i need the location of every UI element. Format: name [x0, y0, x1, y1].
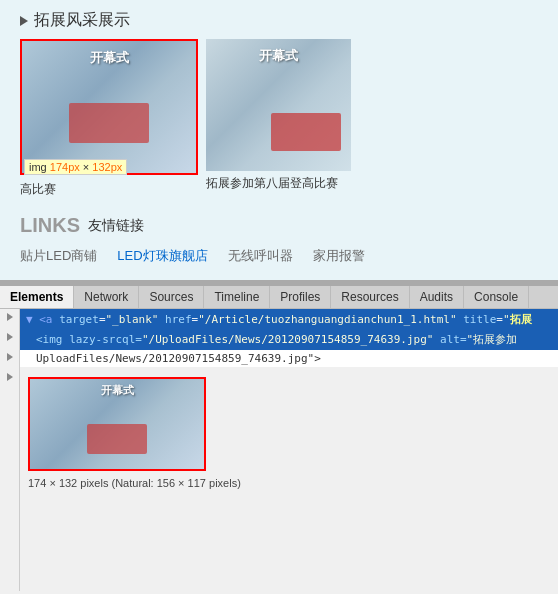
tab-sources[interactable]: Sources: [139, 286, 204, 308]
tree-expand-4[interactable]: [7, 373, 13, 381]
webpage-content: 拓展风采展示 img 174px × 132px 高比赛 拓展参加第八届登高比赛…: [0, 0, 558, 280]
images-row: img 174px × 132px 高比赛 拓展参加第八届登高比赛: [0, 39, 558, 198]
links-section: LINKS 友情链接: [0, 204, 558, 247]
devtools-right-panel: ▼ <a target="_blank" href="/Article/tuoz…: [20, 309, 558, 591]
links-title: LINKS: [20, 214, 80, 237]
links-items: 贴片LED商铺 LED灯珠旗舰店 无线呼叫器 家用报警: [0, 247, 558, 271]
links-subtitle: 友情链接: [88, 217, 144, 235]
link-item-alarm[interactable]: 家用报警: [313, 247, 365, 265]
devtools-panel: Elements Network Sources Timeline Profil…: [0, 286, 558, 594]
img-width: 174px: [50, 161, 80, 173]
section-header: 拓展风采展示: [0, 0, 558, 39]
tree-expand-1[interactable]: [7, 313, 13, 321]
expand-icon: [20, 16, 28, 26]
tab-resources[interactable]: Resources: [331, 286, 409, 308]
tree-expand-3[interactable]: [7, 353, 13, 361]
section-title: 拓展风采展示: [34, 10, 130, 31]
preview-section: [20, 367, 558, 475]
main-image-caption: 高比赛: [20, 181, 194, 198]
tab-elements[interactable]: Elements: [0, 286, 74, 308]
devtools-tabs-bar: Elements Network Sources Timeline Profil…: [0, 286, 558, 309]
tab-audits[interactable]: Audits: [410, 286, 464, 308]
devtools-left-panel: [0, 309, 20, 591]
second-image-container: 拓展参加第八届登高比赛: [206, 39, 351, 192]
tab-profiles[interactable]: Profiles: [270, 286, 331, 308]
main-image-container: img 174px × 132px 高比赛: [20, 39, 198, 198]
second-image-caption: 拓展参加第八届登高比赛: [206, 175, 351, 192]
code-line-3: UploadFiles/News/20120907154859_74639.jp…: [20, 350, 558, 367]
link-item-wireless[interactable]: 无线呼叫器: [228, 247, 293, 265]
second-image: [206, 39, 351, 171]
code-line-2: <img lazy-srcql="/UploadFiles/News/20120…: [20, 330, 558, 350]
link-item-led[interactable]: 贴片LED商铺: [20, 247, 97, 265]
preview-image-wrapper: [28, 373, 206, 475]
code-line-1[interactable]: ▼ <a target="_blank" href="/Article/tuoz…: [20, 309, 558, 330]
main-image: [22, 41, 196, 173]
tab-console[interactable]: Console: [464, 286, 529, 308]
tab-network[interactable]: Network: [74, 286, 139, 308]
main-image-wrapper: img 174px × 132px: [20, 39, 198, 175]
preview-image: [30, 379, 204, 469]
link-item-led-flagship[interactable]: LED灯珠旗舰店: [117, 247, 207, 265]
img-tooltip: img 174px × 132px: [24, 159, 127, 175]
devtools-main-area: ▼ <a target="_blank" href="/Article/tuoz…: [0, 309, 558, 591]
preview-caption: 174 × 132 pixels (Natural: 156 × 117 pix…: [20, 475, 558, 493]
img-height: 132px: [92, 161, 122, 173]
tree-expand-2[interactable]: [7, 333, 13, 341]
tab-timeline[interactable]: Timeline: [204, 286, 270, 308]
preview-image-box: [28, 377, 206, 471]
